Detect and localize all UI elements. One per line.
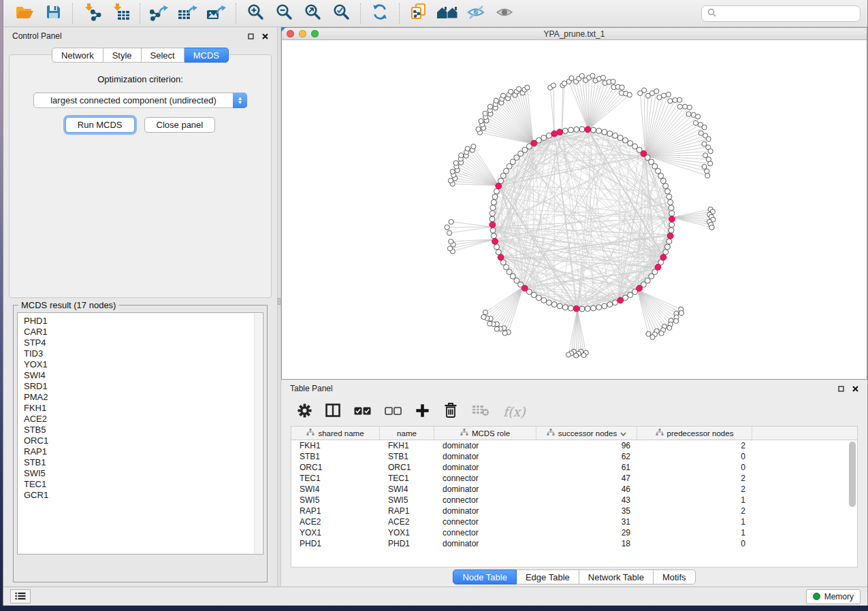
- network-canvas[interactable]: [282, 40, 867, 379]
- result-item[interactable]: SWI5: [24, 468, 257, 479]
- list-icon: [15, 591, 26, 603]
- table-row[interactable]: SWI4SWI4dominator462: [291, 484, 857, 495]
- refresh-button[interactable]: [366, 2, 394, 25]
- hide-selected-button[interactable]: [462, 2, 490, 25]
- tab-edge-table[interactable]: Edge Table: [517, 569, 579, 584]
- task-history-button[interactable]: [10, 589, 31, 604]
- zoom-selected-button[interactable]: [327, 2, 355, 25]
- tab-style[interactable]: Style: [103, 48, 142, 63]
- table-row[interactable]: PHD1PHD1dominator180: [291, 538, 857, 549]
- result-item[interactable]: CAR1: [24, 327, 257, 337]
- result-item[interactable]: ACE2: [24, 414, 257, 425]
- first-neighbors-button[interactable]: [433, 2, 462, 25]
- tab-network[interactable]: Network: [52, 48, 103, 63]
- column-header-successor-nodes[interactable]: successor nodes: [536, 427, 637, 440]
- delete-trash-button[interactable]: [443, 402, 458, 421]
- result-item[interactable]: ORC1: [24, 435, 257, 446]
- deselect-all-checkboxes-button[interactable]: [385, 406, 402, 418]
- mcds-result-list[interactable]: PHD1CAR1STP4TID3YOX1SWI4SRD1PMA2FKH1ACE2…: [17, 312, 263, 555]
- show-all-button[interactable]: [490, 2, 519, 25]
- column-header-predecessor-nodes[interactable]: predecessor nodes: [637, 427, 752, 440]
- toolbar-separator: [399, 3, 400, 24]
- tab-network-table[interactable]: Network Table: [579, 569, 654, 584]
- optimization-criterion-label: Optimization criterion:: [10, 74, 271, 84]
- float-panel-icon[interactable]: [248, 33, 254, 39]
- add-column-button[interactable]: [415, 403, 430, 420]
- result-scrollbar[interactable]: [254, 314, 262, 553]
- cell-predecessor-nodes: 2: [637, 506, 752, 516]
- column-label: name: [397, 429, 417, 437]
- result-item[interactable]: STB1: [24, 457, 257, 468]
- result-item[interactable]: FKH1: [24, 403, 257, 414]
- table-row[interactable]: YOX1YOX1connector291: [291, 527, 857, 538]
- settings-gear-button[interactable]: [298, 403, 312, 420]
- table-row[interactable]: TEC1TEC1connector472: [291, 473, 857, 484]
- zoom-in-button[interactable]: [241, 2, 270, 25]
- result-item[interactable]: GCR1: [24, 490, 257, 501]
- optimization-criterion-select[interactable]: largest connected component (undirected)…: [33, 93, 247, 108]
- float-table-panel-icon[interactable]: [838, 386, 844, 392]
- tab-select[interactable]: Select: [142, 48, 184, 63]
- result-item[interactable]: SRD1: [24, 381, 257, 392]
- cell-successor-nodes: 18: [536, 539, 637, 548]
- column-label: MCDS role: [472, 429, 510, 437]
- table-row[interactable]: RAP1RAP1dominator352: [291, 506, 857, 516]
- close-panel-button[interactable]: Close panel: [144, 117, 216, 133]
- table-tabs: Node TableEdge TableNetwork TableMotifs: [281, 567, 867, 587]
- export-image-button[interactable]: [202, 2, 231, 25]
- table-row[interactable]: STB1STB1dominator620: [291, 451, 857, 462]
- close-window-light[interactable]: [287, 30, 294, 37]
- table-row[interactable]: FKH1FKH1dominator962: [291, 440, 857, 451]
- import-table-button[interactable]: [106, 2, 135, 25]
- result-item[interactable]: SWI4: [24, 370, 257, 381]
- export-table-button[interactable]: [174, 2, 202, 25]
- column-header-name[interactable]: name: [380, 427, 434, 440]
- network-graph[interactable]: [282, 40, 867, 378]
- memory-label: Memory: [824, 592, 854, 601]
- column-header-MCDS-role[interactable]: MCDS role: [434, 427, 536, 440]
- cell-predecessor-nodes: 2: [637, 441, 752, 450]
- tab-mcds[interactable]: MCDS: [184, 48, 229, 63]
- first-neighbors-icon: [436, 3, 458, 24]
- node-table[interactable]: shared namenameMCDS rolesuccessor nodesp…: [291, 426, 858, 567]
- result-item[interactable]: PHD1: [24, 316, 257, 327]
- result-item[interactable]: PMA2: [24, 392, 257, 403]
- table-row[interactable]: ORC1ORC1dominator610: [291, 462, 857, 473]
- cell-shared-name: RAP1: [291, 506, 380, 516]
- duplicate-network-button[interactable]: [404, 2, 433, 25]
- cell-successor-nodes: 46: [536, 484, 637, 494]
- memory-button[interactable]: Memory: [806, 589, 861, 604]
- cell-predecessor-nodes: 2: [637, 484, 752, 494]
- zoom-fit-button[interactable]: [298, 2, 327, 25]
- save-button[interactable]: [39, 2, 67, 25]
- tab-motifs[interactable]: Motifs: [654, 569, 696, 584]
- zoom-window-light[interactable]: [311, 30, 319, 37]
- cell-successor-nodes: 29: [536, 528, 637, 538]
- minimize-window-light[interactable]: [299, 30, 306, 37]
- tab-node-table[interactable]: Node Table: [453, 569, 517, 584]
- column-header-shared-name[interactable]: shared name: [291, 427, 380, 440]
- result-item[interactable]: RAP1: [24, 446, 257, 457]
- import-network-button[interactable]: [78, 2, 106, 25]
- control-panel: Control Panel NetworkStyleSelectMCDS Opt…: [3, 27, 277, 587]
- close-table-panel-icon[interactable]: [852, 386, 858, 392]
- run-mcds-button[interactable]: Run MCDS: [65, 117, 135, 133]
- export-network-button[interactable]: [145, 2, 174, 25]
- table-row[interactable]: ACE2ACE2connector311: [291, 516, 857, 527]
- result-item[interactable]: STP4: [24, 337, 257, 348]
- table-row[interactable]: SWI5SWI5connector431: [291, 495, 857, 506]
- open-folder-button[interactable]: [10, 2, 39, 25]
- table-scrollbar-thumb[interactable]: [849, 442, 856, 507]
- result-item[interactable]: TEC1: [24, 479, 257, 490]
- result-item[interactable]: STB5: [24, 425, 257, 435]
- cell-MCDS-role: connector: [434, 474, 536, 483]
- show-columns-button[interactable]: [325, 403, 340, 420]
- search-box[interactable]: [701, 5, 861, 22]
- search-input[interactable]: [720, 9, 854, 18]
- delete-table-button: [472, 404, 489, 419]
- select-all-checkboxes-button[interactable]: [354, 406, 371, 418]
- close-panel-icon[interactable]: [262, 33, 268, 39]
- result-item[interactable]: YOX1: [24, 359, 257, 370]
- zoom-out-button[interactable]: [270, 2, 298, 25]
- result-item[interactable]: TID3: [24, 348, 257, 359]
